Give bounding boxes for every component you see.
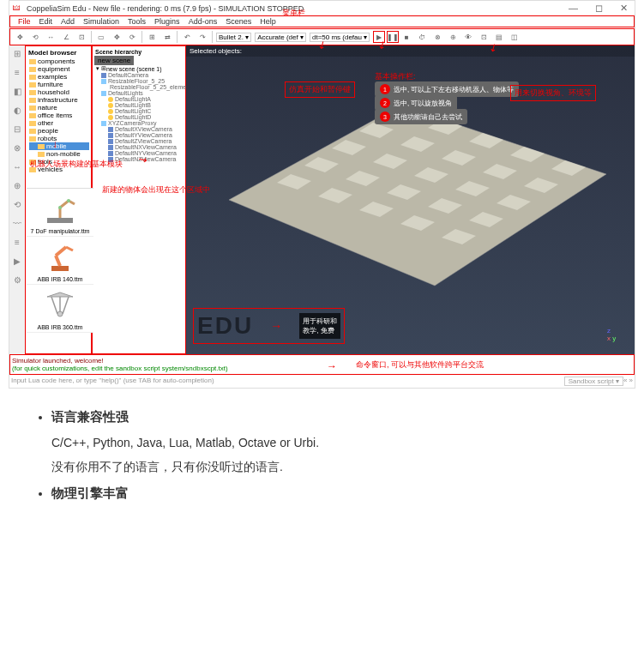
axis-navigator[interactable]: zx y [607,327,628,347]
coll-icon[interactable]: ⊗ [11,143,23,155]
assemble-icon[interactable]: ⊞ [146,31,158,43]
camera-zoom-icon[interactable]: ↔ [45,31,57,43]
menu-add[interactable]: Add [57,17,79,26]
hierarchy-icon[interactable]: ⊞ [11,49,23,61]
object-icon [101,121,106,126]
threaded-icon[interactable]: ⊗ [431,31,443,43]
mb-item[interactable]: office items [29,112,89,119]
path-icon[interactable]: 〰 [11,219,23,231]
menubar: File Edit Add Simulation Tools Plugins A… [9,15,635,27]
sh-item[interactable]: DefaultXViewCamera [94,126,184,132]
menu-help[interactable]: Help [256,17,280,26]
console-output: Simulator launched, welcome! (for quick … [9,354,635,375]
visualize-icon[interactable]: ⊕ [447,31,459,43]
pause-button[interactable]: ❚❚ [387,31,399,43]
menu-file[interactable]: File [14,17,35,26]
ik-icon[interactable]: ⊕ [11,181,23,193]
video-icon[interactable]: ▶ [11,256,23,268]
menu-scenes[interactable]: Scenes [221,17,256,26]
sh-item[interactable]: ResizableFloor_5_25 [94,78,184,84]
sh-item[interactable]: DefaultNXViewCamera [94,144,184,150]
camera-angle-icon[interactable]: ∠ [60,31,72,43]
bubble-num: 2 [380,98,390,108]
mb-item-selected[interactable]: mobile [29,142,89,150]
sh-item[interactable]: ResizableFloor_5_25_element [94,84,184,90]
menu-plugins[interactable]: Plugins [150,17,184,26]
sh-item[interactable]: DefaultLightD [94,114,184,120]
model-preview-item[interactable]: ABB IRB 360.ttm [27,285,93,333]
script-combo[interactable]: Sandbox script ▾ [564,377,623,386]
rotate-icon[interactable]: ⟳ [126,31,138,43]
scroll-arrows[interactable]: « » [623,377,633,386]
select-icon[interactable]: ▭ [95,31,107,43]
svg-line-38 [63,297,69,314]
maximize-button[interactable]: ◻ [592,3,606,14]
mb-item[interactable]: nature [29,104,89,112]
menu-addons[interactable]: Add-ons [184,17,222,26]
sh-item[interactable]: XYZCameraProxy [94,120,184,126]
mb-item[interactable]: non-mobile [29,150,89,158]
scripts-icon[interactable]: ≡ [11,238,23,250]
light-icon [108,103,113,108]
scene-icon[interactable]: ◫ [509,31,521,43]
stop-button[interactable]: ■ [400,31,412,43]
undo-icon[interactable]: ↶ [181,31,193,43]
lua-input-field[interactable]: Input Lua code here, or type "help()" (u… [11,377,557,386]
model-icon[interactable]: ◧ [11,87,23,99]
user-settings-icon[interactable]: ⚙ [11,275,23,287]
sh-root[interactable]: ▾ ⊞ new scene (scene 1) [94,65,184,72]
physics-engine-combo[interactable]: Bullet 2. ▾ [216,33,251,42]
camera-pan-icon[interactable]: ✥ [14,31,26,43]
mb-item[interactable]: other [29,119,89,127]
redo-icon[interactable]: ↷ [196,31,208,43]
timestep-combo[interactable]: dt=50 ms (defau ▾ [310,33,370,42]
mb-item[interactable]: components [29,57,89,65]
bullet-title: 语言兼容性强 [51,409,129,424]
robot-thumbnail [39,288,81,322]
layers-icon[interactable]: ≡ [11,68,23,80]
sh-item[interactable]: DefaultYViewCamera [94,132,184,138]
sh-item[interactable]: DefaultLights [94,90,184,96]
move-icon[interactable]: ✥ [111,31,123,43]
avatar-icon[interactable]: ◐ [11,105,23,118]
edu-description: 用于科研和 教学, 免费 [299,313,340,339]
mb-item[interactable]: people [29,127,89,135]
sh-item[interactable]: DefaultLightA [94,96,184,102]
sh-item[interactable]: DefaultCamera [94,72,184,78]
mb-item[interactable]: examples [29,73,89,81]
minimize-button[interactable]: — [565,3,581,14]
menu-edit[interactable]: Edit [35,17,57,26]
model-preview-item[interactable]: ABB IRB 140.ttm [27,237,93,285]
sh-item[interactable]: DefaultLightB [94,102,184,108]
mb-item[interactable]: infrastructure [29,96,89,104]
camera-icon [108,127,113,132]
scene-tab[interactable]: new scene [94,56,134,65]
transfer-icon[interactable]: ⇄ [161,31,173,43]
toggle1-icon[interactable]: 👁 [462,31,474,43]
mb-item[interactable]: household [29,88,89,96]
camera-rotate-icon[interactable]: ⟲ [29,31,41,43]
scene-hierarchy: Scene hierarchy new scene ▾ ⊞ new scene … [92,45,186,354]
menu-simulation[interactable]: Simulation [79,17,123,26]
folder-icon [38,152,45,157]
dyn-icon[interactable]: ⟲ [11,200,23,212]
mb-item[interactable]: equipment [29,65,89,73]
sh-item[interactable]: DefaultLightC [94,108,184,114]
annotation-menubar: 菜单栏 [282,8,305,19]
dist-icon[interactable]: ↔ [11,162,23,174]
realtime-icon[interactable]: ⏱ [416,31,428,43]
folder-icon [29,136,36,142]
dynamics-combo[interactable]: Accurate (def ▾ [255,33,306,42]
model-preview-item[interactable]: 7 DoF manipulator.ttm [27,189,93,237]
menu-tools[interactable]: Tools [123,17,150,26]
window-controls: — ◻ ✕ [565,3,631,14]
mb-item[interactable]: furniture [29,81,89,88]
viewport-3d[interactable]: Selected objects: [186,45,635,354]
close-button[interactable]: ✕ [617,3,631,14]
toggle2-icon[interactable]: ⊡ [478,31,490,43]
camera-fit-icon[interactable]: ⊡ [75,31,87,43]
mb-item[interactable]: robots [29,135,89,142]
object-icon [101,79,106,84]
sh-item[interactable]: DefaultZViewCamera [94,138,184,144]
calc-icon[interactable]: ⊟ [11,124,23,136]
